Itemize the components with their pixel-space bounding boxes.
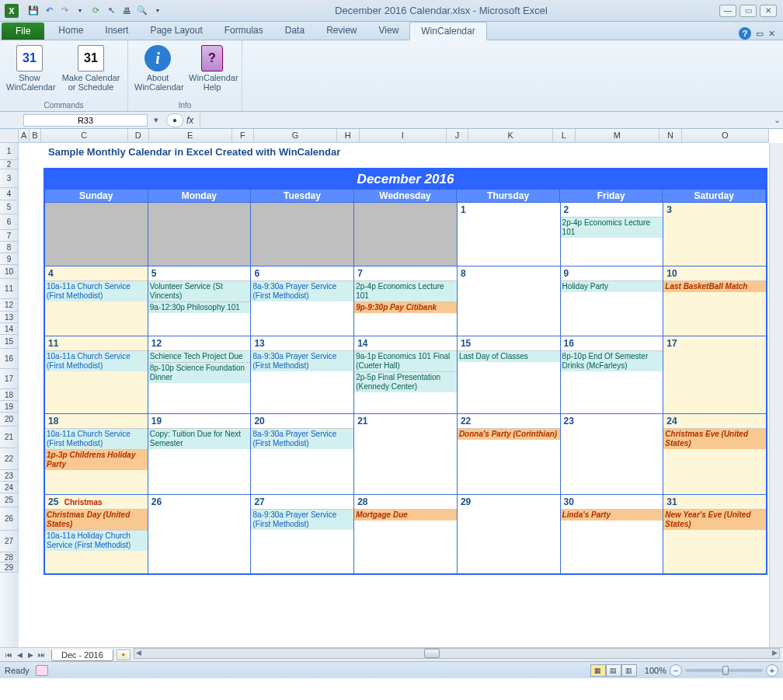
column-header[interactable]: K: [468, 129, 553, 143]
calendar-day[interactable]: 23: [561, 414, 664, 494]
column-header[interactable]: N: [659, 129, 682, 143]
file-tab[interactable]: File: [2, 23, 44, 40]
calendar-event[interactable]: 8a-9:30a Prayer Service (First Methodist…: [251, 509, 353, 530]
tab-nav-last-icon[interactable]: ⏭: [36, 650, 47, 660]
make-calendar-button[interactable]: 31 Make Calendar or Schedule: [61, 44, 121, 92]
ribbon-tab-page-layout[interactable]: Page Layout: [139, 22, 213, 40]
row-header[interactable]: 27: [0, 531, 19, 552]
calendar-day[interactable]: 12Schience Tech Project Due8p-10p Scienc…: [148, 336, 252, 413]
calendar-day[interactable]: 168p-10p End Of Semester Drinks (McFarle…: [561, 336, 664, 413]
calendar-day[interactable]: 208a-9:30a Prayer Service (First Methodi…: [251, 414, 354, 494]
calendar-event[interactable]: 9a-1p Economics 101 Final (Cueter Hall): [354, 350, 457, 371]
help-icon[interactable]: ?: [739, 27, 751, 40]
row-header[interactable]: 26: [0, 507, 19, 531]
calendar-event[interactable]: Linda's Party: [561, 509, 663, 521]
row-header[interactable]: 6: [0, 214, 19, 230]
name-box[interactable]: R33: [23, 114, 148, 127]
calendar-day[interactable]: [251, 203, 354, 266]
column-header[interactable]: M: [576, 129, 660, 143]
ribbon-minimize-icon[interactable]: ゞ: [726, 28, 734, 40]
column-header[interactable]: E: [149, 129, 232, 143]
calendar-day[interactable]: 30Linda's Party: [561, 495, 664, 573]
horizontal-scrollbar[interactable]: ◀ ▶: [134, 648, 780, 659]
row-header[interactable]: 16: [0, 349, 19, 369]
preview-icon[interactable]: 🔍: [135, 4, 149, 18]
qat-more-icon[interactable]: ▾: [151, 4, 165, 18]
calendar-day[interactable]: 410a-11a Church Service (First Methodist…: [45, 266, 148, 336]
calendar-event[interactable]: Copy: Tuition Due for Next Semester: [148, 428, 251, 449]
row-header[interactable]: 24: [0, 482, 19, 493]
calendar-day[interactable]: 5Volunteer Service (St Vincents)9a-12:30…: [148, 266, 252, 336]
column-header[interactable]: L: [553, 129, 576, 143]
row-header[interactable]: 29: [0, 562, 19, 573]
row-header[interactable]: 19: [0, 401, 19, 413]
calendar-day[interactable]: 31New Year's Eve (United States): [663, 495, 766, 573]
tab-nav-prev-icon[interactable]: ◀: [14, 650, 25, 660]
calendar-day[interactable]: 138a-9:30a Prayer Service (First Methodi…: [251, 336, 354, 413]
calendar-event[interactable]: 10a-11a Church Service (First Methodist): [45, 428, 148, 449]
row-header[interactable]: 11: [0, 279, 19, 299]
column-header[interactable]: C: [41, 129, 128, 143]
fx-cancel-icon[interactable]: ●: [166, 113, 183, 127]
row-header[interactable]: 1: [0, 143, 19, 160]
calendar-day[interactable]: 24Christmas Eve (United States): [663, 414, 766, 494]
row-header[interactable]: 14: [0, 323, 19, 335]
formula-input[interactable]: [200, 113, 771, 127]
row-header[interactable]: 18: [0, 389, 19, 401]
maximize-button[interactable]: ▭: [740, 5, 757, 17]
calendar-day[interactable]: 1110a-11a Church Service (First Methodis…: [45, 336, 148, 413]
calendar-event[interactable]: Schience Tech Project Due: [148, 350, 251, 362]
ribbon-tab-wincalendar[interactable]: WinCalendar: [409, 22, 486, 40]
calendar-event[interactable]: 8p-10p Science Foundation Dinner: [148, 362, 251, 383]
zoom-slider-thumb[interactable]: [722, 666, 729, 675]
ribbon-tab-insert[interactable]: Insert: [94, 22, 139, 40]
zoom-out-button[interactable]: −: [670, 664, 682, 677]
calendar-event[interactable]: 9p-9:30p Pay Citibank: [354, 301, 457, 313]
select-all-corner[interactable]: [0, 129, 19, 143]
calendar-event[interactable]: 9a-12:30p Philosophy 101: [148, 301, 251, 313]
vertical-scrollbar[interactable]: [769, 143, 783, 647]
calendar-day[interactable]: 19Copy: Tuition Due for Next Semester: [148, 414, 252, 494]
row-header[interactable]: 8: [0, 242, 19, 253]
row-header[interactable]: 5: [0, 200, 19, 214]
calendar-day[interactable]: 278a-9:30a Prayer Service (First Methodi…: [251, 495, 354, 573]
close-button[interactable]: ✕: [760, 5, 777, 17]
calendar-event[interactable]: Donna's Party (Corinthian): [458, 428, 560, 440]
row-header[interactable]: 10: [0, 265, 19, 279]
calendar-event[interactable]: Mortgage Due: [354, 509, 457, 521]
column-header[interactable]: D: [128, 129, 149, 143]
zoom-level[interactable]: 100%: [645, 666, 666, 675]
about-wincalendar-button[interactable]: i About WinCalendar: [134, 44, 181, 92]
calendar-day[interactable]: 29: [458, 495, 561, 573]
calendar-day[interactable]: 21: [354, 414, 458, 494]
row-header[interactable]: 13: [0, 312, 19, 323]
scroll-thumb[interactable]: [424, 649, 440, 658]
calendar-day[interactable]: 15Last Day of Classes: [458, 336, 561, 413]
calendar-day[interactable]: [45, 203, 148, 266]
calendar-day[interactable]: 9Holiday Party: [561, 266, 664, 336]
qat-dropdown-icon[interactable]: ▾: [73, 4, 87, 18]
row-header[interactable]: 22: [0, 448, 19, 470]
calendar-event[interactable]: Christmas Day (United States): [45, 509, 148, 530]
column-header[interactable]: J: [447, 129, 469, 143]
calendar-day[interactable]: 17: [663, 336, 766, 413]
calendar-day[interactable]: [148, 203, 252, 266]
minimize-button[interactable]: —: [719, 5, 736, 17]
ribbon-close-icon[interactable]: ✕: [768, 29, 775, 39]
tab-nav-first-icon[interactable]: ⏮: [3, 650, 14, 660]
macro-record-icon[interactable]: [36, 665, 48, 676]
column-header[interactable]: H: [337, 129, 360, 143]
calendar-event[interactable]: 1p-3p Childrens Holiday Party: [45, 449, 148, 470]
row-header[interactable]: 28: [0, 552, 19, 562]
row-header[interactable]: 9: [0, 253, 19, 265]
calendar-day[interactable]: 25 ChristmasChristmas Day (United States…: [45, 495, 148, 573]
calendar-day[interactable]: 10Last BasketBall Match: [663, 266, 766, 336]
calendar-event[interactable]: Holiday Party: [561, 280, 663, 292]
show-wincalendar-button[interactable]: 31 Show WinCalendar: [6, 44, 53, 92]
column-header[interactable]: F: [232, 129, 255, 143]
new-sheet-button[interactable]: ✦: [117, 650, 130, 660]
cursor-icon[interactable]: ↖: [104, 4, 118, 18]
calendar-event[interactable]: Christmas Eve (United States): [663, 428, 766, 449]
column-header[interactable]: A: [19, 129, 30, 143]
cells-area[interactable]: Sample Monthly Calendar in Excel Created…: [19, 143, 769, 647]
